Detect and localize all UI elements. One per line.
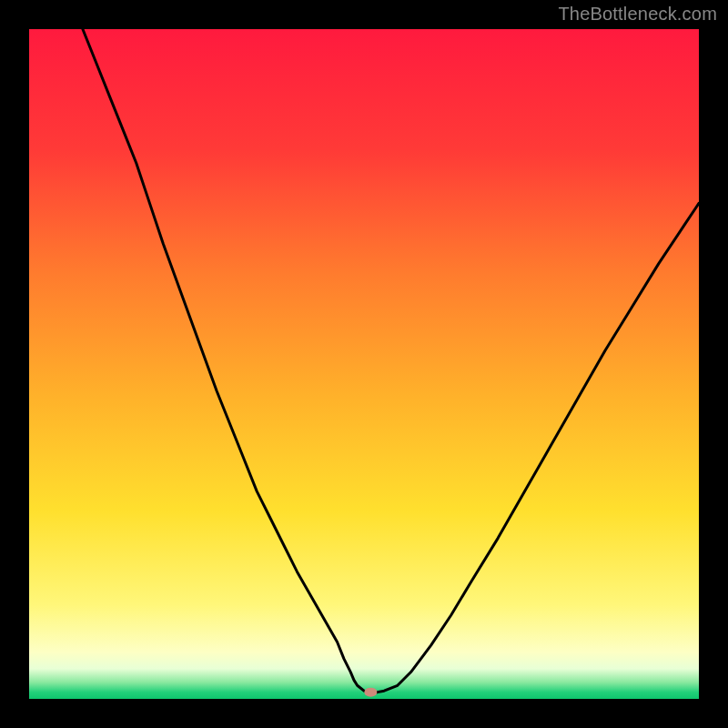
plot-area (29, 29, 699, 699)
watermark-text: TheBottleneck.com (558, 4, 717, 25)
chart-svg (29, 29, 699, 699)
min-point-marker (364, 688, 377, 697)
chart-frame: TheBottleneck.com (0, 0, 728, 728)
